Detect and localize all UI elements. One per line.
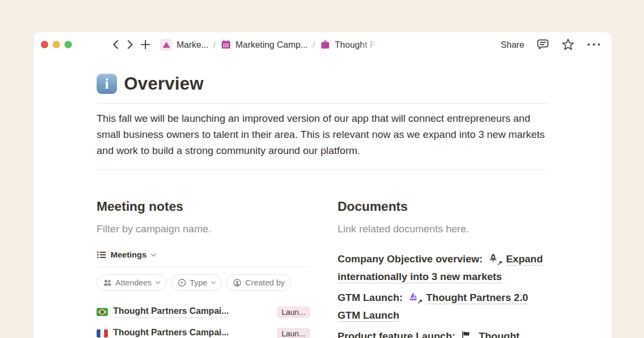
divider bbox=[97, 170, 548, 170]
calendar-icon bbox=[221, 39, 231, 50]
filter-label: Created by bbox=[245, 278, 284, 287]
triangle-page-icon bbox=[160, 39, 172, 51]
meeting-notes-caption: Filter by campaign name. bbox=[97, 222, 310, 236]
created-by-icon bbox=[233, 278, 241, 287]
close-window-button[interactable] bbox=[41, 41, 48, 48]
france-flag-icon bbox=[97, 329, 108, 337]
window-topbar: Marke... / Marketing Camp... / Thought P… bbox=[33, 32, 612, 57]
forward-button[interactable] bbox=[126, 39, 135, 50]
notion-window: Marke... / Marketing Camp... / Thought P… bbox=[33, 32, 612, 338]
meeting-list: Thought Partners Campai... Laun... Thoug… bbox=[97, 306, 310, 338]
filter-type-button[interactable]: Type bbox=[171, 274, 223, 291]
sidebar-menu-icon[interactable] bbox=[88, 40, 100, 49]
information-emoji-icon: i bbox=[97, 74, 117, 94]
new-page-button[interactable] bbox=[140, 39, 151, 50]
meeting-notes-column: Meeting notes Filter by campaign name. M… bbox=[97, 199, 310, 338]
meetings-view-tab[interactable]: Meetings bbox=[97, 250, 310, 267]
launch-tag[interactable]: Laun... bbox=[277, 328, 310, 338]
brazil-flag-icon bbox=[97, 308, 108, 316]
meeting-row-france[interactable]: Thought Partners Campai... Laun... bbox=[97, 327, 310, 338]
filter-label: Type bbox=[190, 278, 208, 287]
minimize-window-button[interactable] bbox=[53, 41, 60, 48]
briefcase-icon bbox=[320, 39, 331, 50]
type-icon bbox=[178, 278, 186, 287]
page-title: Overview bbox=[124, 74, 203, 94]
breadcrumb-label: Thought Pa bbox=[335, 40, 380, 50]
filter-chips: Attendees Type Created by bbox=[97, 274, 310, 291]
doc-link-thought[interactable]: Thought bbox=[479, 330, 519, 338]
doc-label: Product feature Launch: bbox=[338, 330, 456, 338]
list-view-icon bbox=[97, 250, 106, 260]
breadcrumb-teamspace[interactable]: Marke... bbox=[160, 39, 209, 51]
meeting-row-brazil[interactable]: Thought Partners Campai... Laun... bbox=[97, 306, 310, 318]
breadcrumb-label: Marke... bbox=[177, 40, 209, 50]
divider bbox=[97, 103, 548, 104]
documents-heading: Documents bbox=[338, 199, 547, 215]
meetings-view-label: Meetings bbox=[111, 250, 147, 260]
rocket-icon: ↗ bbox=[488, 253, 499, 264]
attendees-icon bbox=[103, 279, 112, 286]
doc-line-product-feature: Product feature Launch: ↗ Thought bbox=[338, 327, 547, 338]
launch-tag[interactable]: Laun... bbox=[277, 306, 310, 318]
meeting-title[interactable]: Thought Partners Campai... bbox=[113, 306, 229, 318]
share-button[interactable]: Share bbox=[501, 40, 524, 50]
doc-line-gtm-launch: GTM Launch: ↗ Thought Partners 2.0 GTM L… bbox=[338, 289, 547, 324]
sailboat-icon: ↗ bbox=[408, 292, 419, 303]
filter-created-by-button[interactable]: Created by bbox=[226, 274, 291, 291]
meeting-notes-heading: Meeting notes bbox=[97, 199, 310, 215]
breadcrumb-separator: / bbox=[214, 40, 216, 49]
black-flag-icon: ↗ bbox=[460, 330, 471, 338]
documents-column: Documents Link related documents here. C… bbox=[338, 199, 547, 338]
documents-caption: Link related documents here. bbox=[338, 222, 547, 236]
chevron-down-icon bbox=[211, 281, 216, 284]
favorite-star-icon[interactable] bbox=[561, 38, 575, 51]
breadcrumb: Marke... / Marketing Camp... / Thought P… bbox=[158, 39, 383, 51]
doc-label: GTM Launch: bbox=[338, 292, 402, 303]
breadcrumb-thought-partners[interactable]: Thought Pa bbox=[320, 39, 380, 50]
intro-paragraph: This fall we will be launching an improv… bbox=[97, 111, 548, 159]
breadcrumb-label: Marketing Camp... bbox=[236, 40, 308, 50]
doc-label: Company Objective overview: bbox=[338, 253, 482, 264]
meeting-title[interactable]: Thought Partners Campai... bbox=[113, 327, 229, 338]
mention-arrow: ↗ bbox=[418, 298, 423, 305]
filter-attendees-button[interactable]: Attendees bbox=[97, 274, 167, 291]
page-title-row: i Overview bbox=[97, 74, 548, 94]
comments-icon[interactable] bbox=[536, 38, 550, 51]
doc-line-company-objective: Company Objective overview: ↗ Expand int… bbox=[338, 250, 547, 285]
breadcrumb-separator: / bbox=[313, 40, 315, 49]
chevron-down-icon bbox=[156, 281, 160, 284]
breadcrumb-marketing-campaigns[interactable]: Marketing Camp... bbox=[221, 39, 308, 50]
back-button[interactable] bbox=[111, 39, 120, 50]
zoom-window-button[interactable] bbox=[64, 41, 72, 48]
mention-arrow: ↗ bbox=[497, 260, 503, 266]
page-content: i Overview This fall we will be launchin… bbox=[33, 57, 612, 338]
more-options-icon[interactable] bbox=[587, 42, 601, 47]
chevron-down-icon bbox=[151, 253, 156, 257]
filter-label: Attendees bbox=[115, 278, 152, 287]
